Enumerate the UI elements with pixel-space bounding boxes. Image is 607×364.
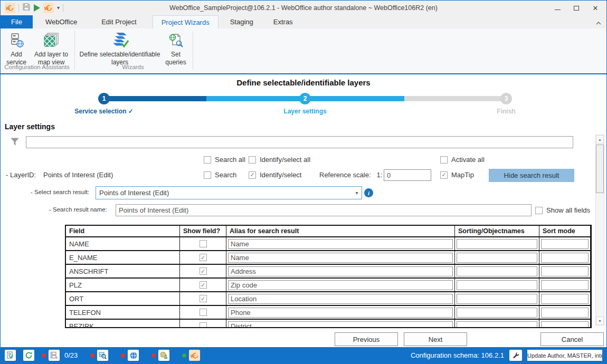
- sorting-input[interactable]: [457, 266, 537, 276]
- sort-mode-input[interactable]: [541, 253, 589, 263]
- set-queries-button[interactable]: Set queries: [161, 30, 191, 66]
- sort-mode-input[interactable]: [541, 280, 589, 290]
- sort-mode-cell: [539, 306, 590, 319]
- tab-extras[interactable]: Extras: [265, 15, 301, 28]
- alias-input[interactable]: [228, 239, 453, 249]
- scroll-up-icon[interactable]: ▲: [596, 135, 604, 143]
- show-field-checkbox[interactable]: [200, 240, 207, 247]
- show-field-checkbox[interactable]: [200, 254, 207, 261]
- weboffice-status-icon[interactable]: w: [189, 350, 200, 361]
- sort-mode-input[interactable]: [541, 308, 589, 318]
- status-dot-red: [121, 353, 125, 358]
- search-service-icon[interactable]: [97, 350, 108, 361]
- tab-edit-project[interactable]: Edit Project: [93, 15, 145, 28]
- tab-staging[interactable]: Staging: [222, 15, 262, 28]
- sorting-input[interactable]: [457, 239, 537, 249]
- update-author-button[interactable]: Update Author, MASTER, intern only: [527, 350, 602, 361]
- hide-search-result-button[interactable]: Hide search result: [489, 169, 574, 182]
- wizard-step-2[interactable]: 2: [299, 93, 311, 104]
- show-field-checkbox[interactable]: [200, 267, 207, 275]
- sort-mode-input[interactable]: [541, 321, 589, 329]
- sort-mode-cell: [539, 265, 590, 277]
- add-service-button[interactable]: Add service: [3, 30, 30, 66]
- show-field-checkbox[interactable]: [200, 309, 207, 316]
- wizard-step-label: Finish: [448, 108, 564, 115]
- validate-project-icon[interactable]: [5, 350, 16, 361]
- search-all-checkbox[interactable]: [204, 156, 211, 164]
- tab-project-wizards[interactable]: Project Wizards: [153, 15, 219, 28]
- wizard-step-label[interactable]: Service selection ✓: [46, 108, 162, 115]
- show-field-cell: [180, 306, 226, 319]
- reference-scale-input[interactable]: [384, 169, 431, 181]
- customize-toolbar-icon[interactable]: ▾: [57, 5, 60, 11]
- show-field-checkbox[interactable]: [200, 322, 207, 328]
- show-field-cell: [180, 265, 226, 277]
- wizard-step-1[interactable]: 1: [98, 93, 110, 104]
- show-field-checkbox[interactable]: [200, 281, 207, 289]
- ribbon-group-label: Wizards: [74, 64, 192, 70]
- search-result-name-input[interactable]: [116, 204, 532, 216]
- publish-service-icon[interactable]: [49, 350, 60, 361]
- alias-input[interactable]: [228, 321, 453, 329]
- layer-identify-checkbox[interactable]: [249, 171, 256, 179]
- sort-mode-input[interactable]: [541, 239, 589, 249]
- scrollbar-thumb[interactable]: [596, 145, 604, 193]
- alias-cell: [226, 237, 455, 250]
- col-header-sort-mode: Sort mode: [539, 226, 590, 236]
- collapse-ribbon-icon[interactable]: [596, 17, 601, 27]
- tab-weboffice[interactable]: WebOffice: [37, 15, 86, 28]
- maptip-checkbox[interactable]: [440, 171, 448, 179]
- alias-input[interactable]: [228, 308, 453, 318]
- sort-mode-input[interactable]: [541, 294, 589, 304]
- show-field-checkbox[interactable]: [200, 295, 207, 302]
- sorting-input[interactable]: [457, 253, 537, 263]
- show-field-cell: [180, 279, 226, 291]
- tab-file[interactable]: File: [1, 15, 33, 28]
- define-layers-button[interactable]: Define selectable/identifiable layers: [79, 30, 161, 66]
- table-row: ORT: [66, 292, 590, 306]
- user-database-icon[interactable]: [158, 350, 169, 361]
- title-bar: w w ▾ WebOffice_SampleProject@106.2.1 - …: [1, 1, 606, 15]
- alias-input[interactable]: [228, 253, 453, 263]
- alias-input[interactable]: [228, 266, 453, 276]
- show-all-fields-label: Show all fields: [546, 206, 590, 214]
- scroll-down-icon[interactable]: ▼: [596, 317, 604, 325]
- minimize-icon[interactable]: [554, 4, 561, 12]
- run-icon[interactable]: [34, 4, 40, 12]
- add-layer-button[interactable]: Add layer to map view: [31, 30, 71, 66]
- cancel-button[interactable]: Cancel: [540, 332, 604, 346]
- previous-button[interactable]: Previous: [335, 332, 398, 346]
- identify-all-checkbox[interactable]: [249, 156, 256, 164]
- next-button[interactable]: Next: [404, 332, 467, 346]
- maximize-icon[interactable]: [573, 4, 580, 12]
- search-result-dropdown[interactable]: Points of Interest (Edit) ▾: [96, 186, 362, 199]
- close-icon[interactable]: ✕: [592, 4, 599, 12]
- alias-input[interactable]: [228, 280, 453, 290]
- sorting-input[interactable]: [457, 294, 537, 304]
- info-icon[interactable]: i: [364, 188, 373, 197]
- field-table-body: NAMEE_NAMEANSCHRIFTPLZORTTELEFONBEZIRK: [66, 237, 590, 328]
- separator: [193, 31, 193, 70]
- sorting-input[interactable]: [457, 308, 537, 318]
- scale-prefix: 1:: [377, 171, 383, 179]
- vertical-scrollbar[interactable]: ▲ ▼: [595, 135, 604, 325]
- globe-service-icon[interactable]: [128, 350, 139, 361]
- layer-filter-input[interactable]: [26, 136, 573, 148]
- status-dot-red: [151, 353, 156, 358]
- save-icon[interactable]: [22, 3, 31, 13]
- layer-search-checkbox[interactable]: [204, 171, 211, 179]
- sorting-input[interactable]: [457, 280, 537, 290]
- activate-all-checkbox[interactable]: [440, 156, 448, 164]
- wrench-icon[interactable]: [509, 350, 522, 361]
- show-all-fields-checkbox[interactable]: [535, 207, 543, 214]
- weboffice-preview-icon[interactable]: w: [43, 3, 54, 13]
- alias-input[interactable]: [228, 294, 453, 304]
- search-all-label: Search all: [215, 156, 245, 164]
- refresh-icon[interactable]: [23, 350, 34, 361]
- wizard-title: Define selectable/identifiable layers: [1, 78, 606, 87]
- sort-mode-input[interactable]: [541, 266, 589, 276]
- status-dot-green: [182, 353, 186, 358]
- identify-all-label: Identify/select all: [260, 156, 310, 164]
- sorting-input[interactable]: [457, 321, 537, 329]
- select-search-result-row: - Select search result:: [31, 189, 89, 195]
